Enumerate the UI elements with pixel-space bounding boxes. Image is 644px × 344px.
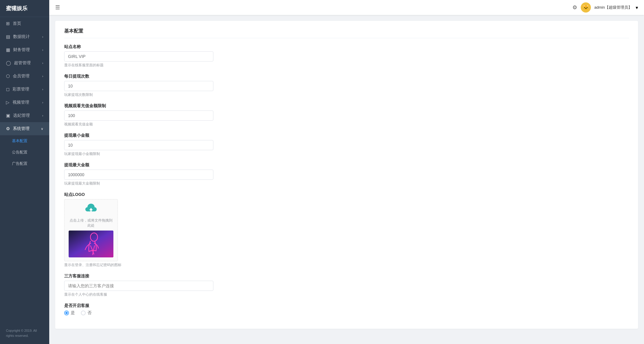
min-withdraw-label: 提现最小金额 xyxy=(64,133,629,138)
third-service-input[interactable] xyxy=(64,281,213,291)
field-min-withdraw: 提现最小金额 玩家提现最小金额限制 xyxy=(64,133,629,156)
enable-service-radio-group: 是 否 xyxy=(64,310,629,316)
sidebar-footer: Copyright © 2019. All rights reserved. xyxy=(0,322,49,344)
logo-preview xyxy=(69,231,113,257)
upload-text: 点击上传，或将文件拖拽到此处 xyxy=(68,218,114,228)
chevron-right-icon: › xyxy=(42,61,43,65)
sidebar-item-members[interactable]: ⬡ 会员管理 › xyxy=(0,70,49,83)
video-charge-hint: 视频观看充值金额 xyxy=(64,122,629,127)
sidebar: 蜜獾娱乐 ⊞ 首页 ▤ 数据统计 › ▦ 财务管理 › ◯ 超管管理 › ⬡ 会… xyxy=(0,0,49,344)
third-service-hint: 显示在个人中心的在线客服 xyxy=(64,292,629,297)
video-icon: ▷ xyxy=(6,100,10,105)
lottery-icon: ◻ xyxy=(6,87,10,92)
sidebar-subitem-label: 基本配置 xyxy=(12,138,27,144)
radio-yes-label: 是 xyxy=(71,310,75,316)
svg-rect-1 xyxy=(90,210,92,212)
sidebar-item-home[interactable]: ⊞ 首页 xyxy=(0,17,49,30)
stats-icon: ▤ xyxy=(6,34,10,39)
field-video-charge: 视频观看充值金额限制 视频观看充值金额 xyxy=(64,103,629,127)
radio-no-label: 否 xyxy=(87,310,92,316)
max-withdraw-hint: 玩家提现最大金额限制 xyxy=(64,181,629,186)
sidebar-item-label: 视频管理 xyxy=(13,100,29,105)
sidebar-item-lottery[interactable]: ◻ 彩票管理 › xyxy=(0,83,49,96)
system-icon: ⚙ xyxy=(6,126,10,131)
chevron-right-icon: › xyxy=(42,74,43,78)
members-icon: ⬡ xyxy=(6,73,10,79)
election-icon: ▣ xyxy=(6,113,10,118)
sidebar-item-label: 财务管理 xyxy=(13,47,30,53)
section-title: 基本配置 xyxy=(64,28,629,38)
video-charge-input[interactable] xyxy=(64,110,213,121)
hamburger-icon[interactable]: ☰ xyxy=(55,4,60,11)
user-name[interactable]: admin【超级管理员】 xyxy=(594,5,632,10)
max-withdraw-input[interactable] xyxy=(64,170,213,180)
sidebar-nav: ⊞ 首页 ▤ 数据统计 › ▦ 财务管理 › ◯ 超管管理 › ⬡ 会员管理 ›… xyxy=(0,17,49,322)
main-content: 基本配置 站点名称 显示在线客服里面的标题 每日提现次数 玩家提现次数限制 视频… xyxy=(49,15,644,344)
sidebar-item-system[interactable]: ⚙ 系统管理 ∨ xyxy=(0,122,49,135)
sidebar-item-super[interactable]: ◯ 超管管理 › xyxy=(0,56,49,70)
sidebar-subitem-label: 公告配置 xyxy=(12,150,27,155)
chevron-down-icon: ∨ xyxy=(41,127,43,131)
field-daily-withdraw: 每日提现次数 玩家提现次数限制 xyxy=(64,74,629,97)
config-card: 基本配置 站点名称 显示在线客服里面的标题 每日提现次数 玩家提现次数限制 视频… xyxy=(55,21,638,329)
field-enable-service: 是否开启客服 是 否 xyxy=(64,303,629,316)
sidebar-item-label: 超管管理 xyxy=(14,60,31,66)
sidebar-item-stats[interactable]: ▤ 数据统计 › xyxy=(0,30,49,43)
finance-icon: ▦ xyxy=(6,47,10,53)
chevron-right-icon: › xyxy=(42,114,43,117)
sidebar-item-label: 选妃管理 xyxy=(13,113,30,118)
super-icon: ◯ xyxy=(6,60,11,66)
min-withdraw-hint: 玩家提现最小金额限制 xyxy=(64,151,629,156)
daily-withdraw-hint: 玩家提现次数限制 xyxy=(64,92,629,97)
sidebar-item-video[interactable]: ▷ 视频管理 › xyxy=(0,96,49,109)
daily-withdraw-label: 每日提现次数 xyxy=(64,74,629,79)
radio-no-circle xyxy=(81,311,86,315)
site-logo-label: 站点LOGO xyxy=(64,192,629,197)
field-third-service: 三方客服连接 显示在个人中心的在线客服 xyxy=(64,274,629,297)
sidebar-item-label: 数据统计 xyxy=(13,34,30,39)
sidebar-subitem-ad[interactable]: 广告配置 xyxy=(0,158,49,169)
sidebar-logo: 蜜獾娱乐 xyxy=(0,0,49,17)
header-left: ☰ xyxy=(55,4,60,11)
sidebar-subitem-label: 广告配置 xyxy=(12,161,27,166)
site-name-label: 站点名称 xyxy=(64,44,629,50)
chevron-right-icon: › xyxy=(42,35,43,39)
sidebar-item-label: 系统管理 xyxy=(13,126,30,131)
sidebar-subitem-basic[interactable]: 基本配置 xyxy=(0,135,49,147)
field-site-name: 站点名称 显示在线客服里面的标题 xyxy=(64,44,629,68)
sidebar-item-finance[interactable]: ▦ 财务管理 › xyxy=(0,43,49,56)
enable-service-label: 是否开启客服 xyxy=(64,303,629,308)
field-max-withdraw: 提现最大金额 玩家提现最大金额限制 xyxy=(64,162,629,186)
main-wrapper: ☰ ⚙ 🐱 admin【超级管理员】 ▾ 基本配置 站点名称 显示在线客服里面的… xyxy=(49,0,644,344)
logo-upload-area[interactable]: 点击上传，或将文件拖拽到此处 xyxy=(64,199,118,261)
video-charge-label: 视频观看充值金额限制 xyxy=(64,103,629,109)
sidebar-item-label: 首页 xyxy=(13,21,21,26)
chevron-right-icon: › xyxy=(42,87,43,91)
header-right: ⚙ 🐱 admin【超级管理员】 ▾ xyxy=(572,2,638,13)
sidebar-item-label: 彩票管理 xyxy=(13,87,29,92)
max-withdraw-label: 提现最大金额 xyxy=(64,162,629,168)
radio-yes-circle xyxy=(64,311,69,315)
daily-withdraw-input[interactable] xyxy=(64,81,213,91)
avatar: 🐱 xyxy=(581,2,591,13)
radio-no[interactable]: 否 xyxy=(81,310,92,316)
chevron-right-icon: › xyxy=(42,101,43,104)
sidebar-item-label: 会员管理 xyxy=(13,73,30,79)
field-site-logo: 站点LOGO 点击上传，或将文件拖拽到此处 xyxy=(64,192,629,268)
site-name-hint: 显示在线客服里面的标题 xyxy=(64,63,629,68)
home-icon: ⊞ xyxy=(6,21,10,26)
notification-icon[interactable]: ⚙ xyxy=(572,4,577,11)
third-service-label: 三方客服连接 xyxy=(64,274,629,279)
chevron-right-icon: › xyxy=(42,48,43,52)
sidebar-item-election[interactable]: ▣ 选妃管理 › xyxy=(0,109,49,122)
min-withdraw-input[interactable] xyxy=(64,140,213,150)
site-name-input[interactable] xyxy=(64,51,213,62)
upload-cloud-icon xyxy=(68,203,114,216)
user-dropdown-arrow[interactable]: ▾ xyxy=(636,5,638,10)
sidebar-subitem-notice[interactable]: 公告配置 xyxy=(0,147,49,158)
header: ☰ ⚙ 🐱 admin【超级管理员】 ▾ xyxy=(49,0,644,15)
site-logo-hint: 显示在登录、注册和忘记密码的图标 xyxy=(64,262,629,268)
radio-yes[interactable]: 是 xyxy=(64,310,75,316)
